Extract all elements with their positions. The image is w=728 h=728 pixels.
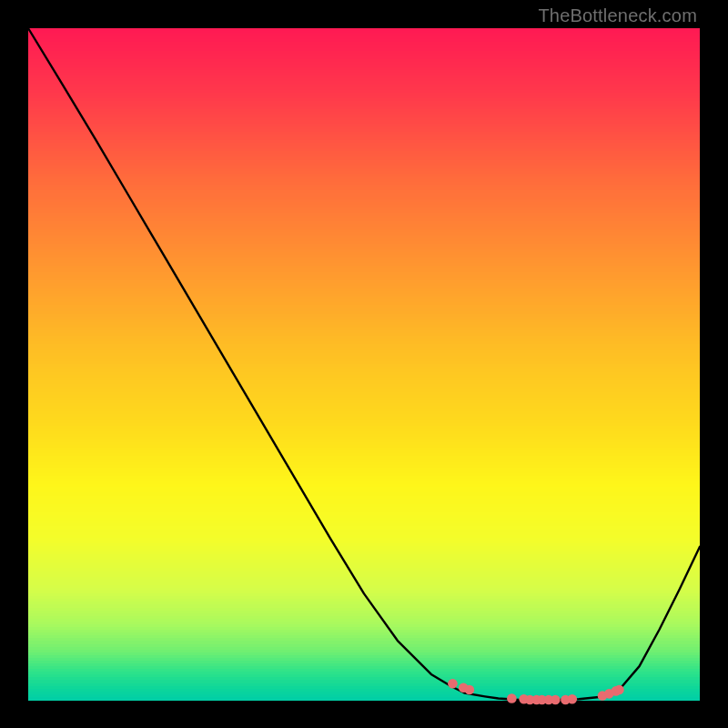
data-marker <box>567 694 577 704</box>
data-marker <box>551 695 561 705</box>
data-marker <box>507 693 517 703</box>
data-marker <box>614 685 624 695</box>
bottleneck-curve <box>28 28 700 700</box>
data-marker <box>465 685 475 695</box>
curve-path <box>28 28 700 700</box>
data-marker <box>448 679 458 689</box>
watermark-text: TheBottleneck.com <box>538 5 697 26</box>
plot-area <box>28 28 700 700</box>
chart-frame: TheBottleneck.com <box>0 0 728 728</box>
